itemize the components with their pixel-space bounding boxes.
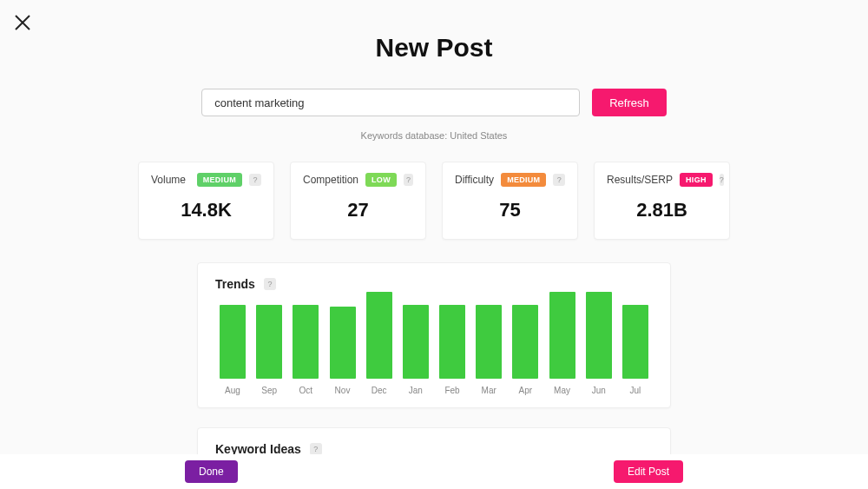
metric-label: Results/SERP <box>607 174 673 186</box>
bar-oct <box>293 305 319 379</box>
bottom-bar: Done Edit Post <box>0 454 868 489</box>
bar-jan <box>403 305 429 379</box>
metric-badge: MEDIUM <box>501 173 546 187</box>
bar-jun <box>586 292 612 379</box>
chart-bar: Nov <box>327 307 358 395</box>
help-icon[interactable]: ? <box>553 174 565 186</box>
metric-badge: HIGH <box>680 173 713 187</box>
metric-label: Volume <box>151 174 186 186</box>
chart-bar: Oct <box>290 305 321 395</box>
bar-label: May <box>554 386 570 395</box>
edit-post-button[interactable]: Edit Post <box>614 460 683 483</box>
help-icon[interactable]: ? <box>264 278 276 290</box>
bar-label: Feb <box>444 386 459 395</box>
help-icon[interactable]: ? <box>310 443 322 455</box>
bar-may <box>549 292 575 379</box>
bar-label: Nov <box>335 386 351 395</box>
chart-bar: Jul <box>620 305 651 395</box>
help-icon[interactable]: ? <box>720 174 724 186</box>
metric-card-results: Results/SERP HIGH ? 2.81B <box>594 162 730 240</box>
bar-label: Apr <box>519 386 533 395</box>
bar-label: Dec <box>372 386 387 395</box>
chart-bar: May <box>547 292 578 395</box>
metric-card-competition: Competition LOW ? 27 <box>290 162 426 240</box>
metric-label: Difficulty <box>455 174 494 186</box>
trends-chart: AugSepOctNovDecJanFebMarAprMayJunJul <box>215 300 653 395</box>
bar-apr <box>512 305 538 379</box>
close-button[interactable] <box>12 12 33 33</box>
metric-card-volume: Volume MEDIUM ? 14.8K <box>138 162 274 240</box>
database-note: Keywords database: United States <box>0 130 868 141</box>
bar-label: Jan <box>409 386 423 395</box>
chart-bar: Sep <box>253 305 285 395</box>
bar-label: Aug <box>225 386 240 395</box>
bar-label: Oct <box>299 386 313 395</box>
chart-bar: Feb <box>437 305 468 395</box>
metric-card-difficulty: Difficulty MEDIUM ? 75 <box>442 162 578 240</box>
chart-bar: Mar <box>473 305 504 395</box>
done-button[interactable]: Done <box>185 460 238 483</box>
metric-value: 2.81B <box>607 199 717 221</box>
metric-value: 27 <box>303 199 413 221</box>
metric-label: Competition <box>303 174 358 186</box>
bar-nov <box>330 307 356 379</box>
bar-sep <box>256 305 282 379</box>
chart-bar: Jun <box>583 292 615 395</box>
bar-dec <box>366 292 392 379</box>
close-icon <box>12 21 33 36</box>
metric-badge: MEDIUM <box>197 173 242 187</box>
bar-jul <box>622 305 648 379</box>
trends-title: Trends <box>215 277 255 291</box>
help-icon[interactable]: ? <box>404 174 413 186</box>
bar-mar <box>476 305 502 379</box>
trends-card: Trends ? AugSepOctNovDecJanFebMarAprMayJ… <box>197 262 671 408</box>
metrics-row: Volume MEDIUM ? 14.8K Competition LOW ? … <box>0 162 868 240</box>
page-title: New Post <box>0 33 868 63</box>
refresh-button[interactable]: Refresh <box>592 89 667 116</box>
bar-label: Sep <box>261 386 277 395</box>
search-row: Refresh <box>0 89 868 116</box>
chart-bar: Aug <box>217 305 248 395</box>
bar-label: Jun <box>592 386 606 395</box>
bar-label: Mar <box>482 386 496 395</box>
chart-bar: Apr <box>510 305 541 395</box>
bar-feb <box>439 305 465 379</box>
bar-aug <box>220 305 246 379</box>
metric-value: 75 <box>455 199 565 221</box>
metric-value: 14.8K <box>151 199 261 221</box>
keyword-input[interactable] <box>201 89 580 116</box>
metric-badge: LOW <box>365 173 397 187</box>
bar-label: Jul <box>629 386 641 395</box>
chart-bar: Dec <box>364 292 395 395</box>
help-icon[interactable]: ? <box>249 174 261 186</box>
chart-bar: Jan <box>400 305 431 395</box>
